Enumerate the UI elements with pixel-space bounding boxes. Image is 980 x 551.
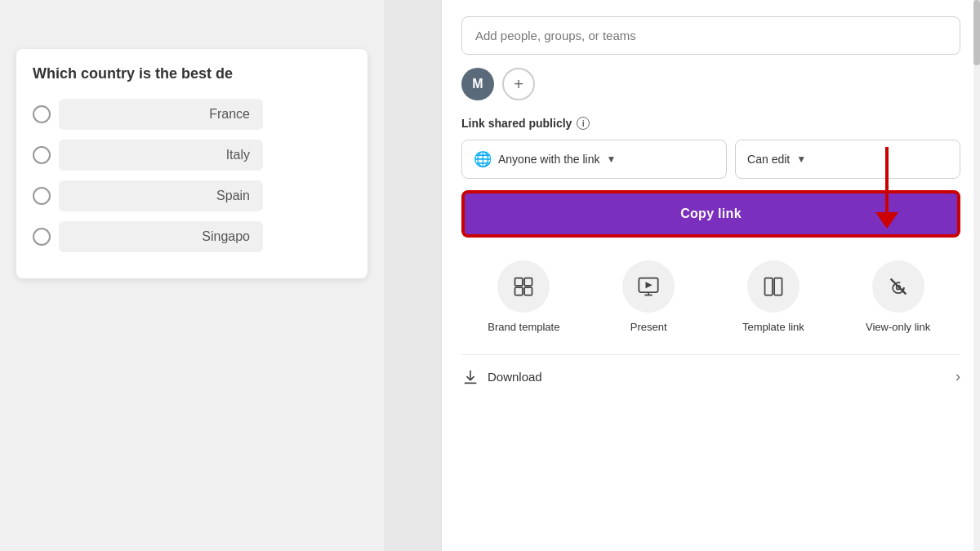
- view-only-link-action[interactable]: View-only link: [858, 260, 939, 335]
- quiz-radio-spain[interactable]: [33, 187, 51, 205]
- download-icon: [461, 368, 479, 386]
- anyone-with-link-dropdown[interactable]: 🌐 Anyone with the link ▼: [461, 140, 727, 179]
- quiz-option-france: France: [33, 99, 351, 130]
- present-label: Present: [630, 321, 667, 335]
- svg-rect-1: [525, 278, 532, 286]
- avatar: M: [461, 68, 494, 100]
- view-only-link-icon: [887, 275, 910, 298]
- svg-rect-8: [764, 278, 772, 295]
- quiz-question: Which country is the best de: [33, 65, 351, 82]
- brand-template-action[interactable]: Brand template: [483, 260, 564, 335]
- arrow-head: [875, 212, 898, 229]
- download-row[interactable]: Download ›: [461, 354, 960, 399]
- template-link-icon-circle: [747, 260, 800, 313]
- template-link-action[interactable]: Template link: [733, 260, 814, 335]
- view-only-link-label: View-only link: [866, 321, 930, 335]
- svg-rect-2: [515, 287, 523, 295]
- present-action[interactable]: Present: [608, 260, 689, 335]
- arrow-line: [885, 147, 889, 212]
- actions-grid: Brand template Present Tem: [461, 260, 960, 335]
- can-edit-dropdown[interactable]: Can edit ▼: [735, 140, 960, 179]
- svg-marker-7: [646, 282, 653, 288]
- quiz-card: Which country is the best de France Ital…: [16, 49, 368, 278]
- avatar-row: M +: [461, 68, 960, 100]
- left-panel: Which country is the best de France Ital…: [0, 0, 384, 551]
- present-icon-circle: [622, 260, 675, 313]
- quiz-option-italy: Italy: [33, 140, 351, 171]
- quiz-label-italy: Italy: [59, 140, 263, 171]
- brand-template-label: Brand template: [488, 321, 559, 335]
- svg-rect-3: [525, 287, 532, 295]
- template-link-icon: [762, 275, 785, 298]
- svg-rect-0: [515, 278, 523, 286]
- chevron-down-icon: ▼: [607, 153, 617, 165]
- chevron-right-icon: ›: [956, 368, 960, 385]
- svg-rect-9: [774, 278, 782, 295]
- quiz-label-spain: Spain: [59, 180, 263, 211]
- quiz-option-spain: Spain: [33, 180, 351, 211]
- template-link-label: Template link: [742, 321, 804, 335]
- view-only-link-icon-circle: [872, 260, 924, 313]
- red-arrow-annotation: [875, 147, 898, 229]
- info-icon: i: [577, 117, 590, 130]
- quiz-radio-italy[interactable]: [33, 146, 51, 164]
- add-people-input[interactable]: [461, 16, 960, 55]
- quiz-label-france: France: [59, 99, 263, 130]
- brand-template-icon-circle: [497, 260, 550, 313]
- quiz-radio-france[interactable]: [33, 105, 51, 123]
- brand-template-icon: [512, 275, 535, 298]
- share-dialog-panel: M + Link shared publicly i 🌐 Anyone with…: [441, 0, 980, 551]
- add-avatar-button[interactable]: +: [502, 68, 535, 100]
- globe-icon: 🌐: [474, 150, 492, 168]
- quiz-option-singapore: Singapo: [33, 221, 351, 252]
- chevron-down-icon: ▼: [796, 153, 806, 165]
- quiz-label-singapore: Singapo: [59, 221, 263, 252]
- scrollbar-thumb[interactable]: [973, 0, 980, 65]
- quiz-radio-singapore[interactable]: [33, 228, 51, 246]
- link-shared-label: Link shared publicly i: [461, 117, 960, 130]
- download-left: Download: [461, 368, 542, 386]
- scrollbar[interactable]: [973, 0, 980, 551]
- present-icon: [637, 275, 660, 298]
